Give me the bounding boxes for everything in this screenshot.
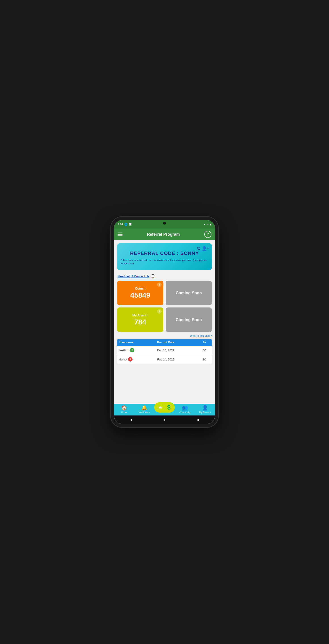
phone-frame: 1:04 🌐 ▣ ▲ ▲ ▮ Referral Program ? (111, 217, 218, 427)
cell-percent-2: 30 (197, 355, 212, 364)
help-button[interactable]: ? (204, 231, 211, 238)
coins-label: Coins : (135, 287, 145, 290)
account-label: My Account (199, 411, 211, 414)
recent-button[interactable]: ■ (197, 418, 199, 422)
referral-code-prefix: REFERRAL CODE : (130, 250, 180, 256)
referral-code-display: REFERRAL CODE : SONNY (121, 250, 208, 256)
username-badge-row-1: test6 ↑ F (119, 348, 153, 352)
coins-dollar-icon: 💲 (166, 404, 172, 410)
username-text-2: demo (119, 358, 127, 361)
coming-soon-text-1: Coming Soon (176, 291, 202, 296)
cell-username-1: test6 ↑ F (117, 346, 155, 355)
contact-link-text: Need help? Contact Us (118, 274, 149, 278)
table-header-row: Username Recruit Date % (117, 339, 212, 346)
contact-row: Need help? Contact Us 💬 (114, 273, 215, 281)
nav-community[interactable]: 👥 Community (175, 405, 195, 414)
phone-nav: ◀ ● ■ (114, 416, 215, 424)
add-person-icon[interactable]: 👤+ (202, 246, 209, 251)
status-icon-2: ▣ (129, 223, 131, 226)
battery-icon: ▮ (210, 223, 211, 226)
cell-percent-1: 30 (197, 346, 212, 355)
referral-card: ⧉ 👤+ REFERRAL CODE : SONNY *Share your r… (117, 243, 212, 270)
home-button[interactable]: ● (164, 418, 166, 422)
hamburger-line-1 (118, 232, 122, 233)
copy-icon[interactable]: ⧉ (197, 246, 200, 251)
nav-center-group: ⊞ 💲 (154, 402, 175, 412)
hamburger-menu[interactable] (118, 232, 122, 236)
stats-grid: i Coins : 45849 Coming Soon i My Agent :… (114, 281, 215, 332)
bottom-nav: 🏠 Home 🔔 Notification ⊞ 💲 👥 Community (114, 404, 215, 416)
referral-actions: ⧉ 👤+ (197, 246, 209, 251)
hamburger-line-3 (118, 236, 122, 236)
phone-screen: 1:04 🌐 ▣ ▲ ▲ ▮ Referral Program ? (114, 220, 215, 424)
contact-link[interactable]: Need help? Contact Us 💬 (118, 274, 155, 278)
coins-value: 45849 (130, 291, 150, 300)
signal-icon: ▲ (207, 223, 209, 226)
nav-notification[interactable]: 🔔 Notification (134, 405, 154, 414)
hamburger-line-2 (118, 234, 122, 235)
table-row: test6 ↑ F Feb 15, 2022 30 (117, 346, 212, 355)
camera-notch (163, 222, 166, 224)
nav-home[interactable]: 🏠 Home (114, 405, 134, 414)
agent-value: 784 (134, 318, 146, 326)
agent-label: My Agent : (132, 314, 148, 317)
referral-table: Username Recruit Date % test6 ↑ F (117, 339, 212, 364)
status-bar: 1:04 🌐 ▣ ▲ ▲ ▮ (114, 220, 215, 228)
coming-soon-card-2: Coming Soon (166, 308, 212, 332)
coming-soon-card-1: Coming Soon (166, 281, 212, 305)
notification-icon: 🔔 (141, 405, 147, 411)
username-text-1: test6 (119, 348, 126, 352)
nav-referral-btn[interactable]: ⊞ (156, 403, 164, 412)
account-icon: 👤 (202, 405, 208, 411)
notification-label: Notification (139, 411, 150, 414)
badge-f: F (130, 348, 134, 352)
coming-soon-text-2: Coming Soon (176, 318, 202, 322)
status-icon-1: 🌐 (124, 223, 128, 226)
coins-info-button[interactable]: i (157, 282, 162, 287)
screen-content: ⧉ 👤+ REFERRAL CODE : SONNY *Share your r… (114, 240, 215, 404)
referral-code-value: SONNY (180, 250, 199, 256)
app-header: Referral Program ? (114, 228, 215, 240)
status-left: 1:04 🌐 ▣ (118, 223, 131, 226)
coins-card[interactable]: i Coins : 45849 (117, 281, 163, 305)
wifi-icon: ▲ (203, 223, 206, 226)
cell-date-1: Feb 15, 2022 (155, 346, 197, 355)
status-time: 1:04 (118, 223, 123, 226)
nav-coins-btn[interactable]: 💲 (164, 403, 173, 412)
table-help-link[interactable]: What is this table? (117, 334, 212, 338)
agent-info-button[interactable]: i (157, 309, 162, 314)
username-badge-row-2: demo P (119, 357, 153, 362)
back-button[interactable]: ◀ (130, 418, 132, 422)
col-percent: % (197, 339, 212, 346)
col-recruit-date: Recruit Date (155, 339, 197, 346)
home-label: Home (121, 411, 127, 414)
col-username: Username (117, 339, 155, 346)
community-label: Community (179, 411, 191, 414)
whatsapp-icon: 💬 (151, 274, 155, 278)
status-right: ▲ ▲ ▮ (203, 223, 211, 226)
cell-username-2: demo P (117, 355, 155, 364)
arrow-up-icon: ↑ (127, 348, 128, 352)
cell-date-2: Feb 14, 2022 (155, 355, 197, 364)
referral-subtitle: *Share your referral code to earn coins … (121, 258, 208, 266)
community-icon: 👥 (182, 405, 188, 411)
nav-my-account[interactable]: 👤 My Account (195, 405, 215, 414)
table-row: demo P Feb 14, 2022 30 (117, 355, 212, 364)
home-icon: 🏠 (121, 405, 127, 411)
badge-p: P (128, 357, 133, 362)
page-title: Referral Program (147, 232, 180, 237)
agent-card[interactable]: i My Agent : 784 (117, 308, 163, 332)
referral-grid-icon: ⊞ (158, 404, 162, 410)
table-section: What is this table? Username Recruit Dat… (114, 332, 215, 367)
